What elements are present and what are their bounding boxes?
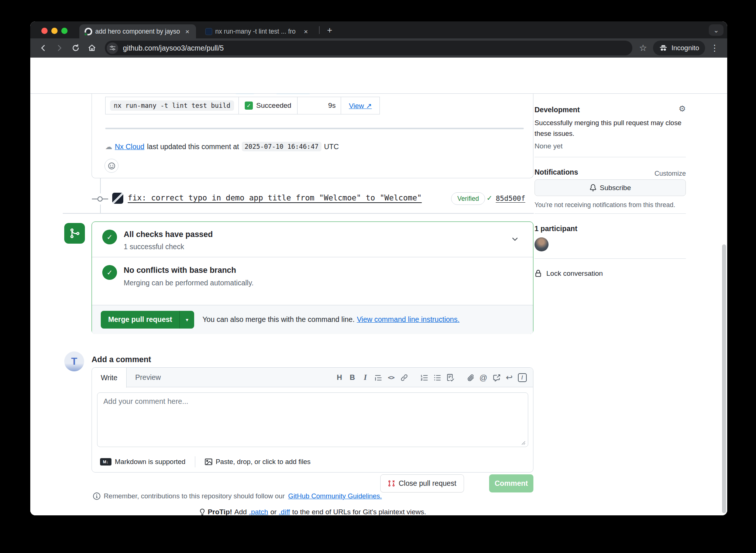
sidebar-divider	[535, 258, 686, 259]
cli-instructions-link[interactable]: View command line instructions.	[357, 315, 460, 324]
check-status-dot-icon	[84, 32, 87, 36]
patch-link[interactable]: .patch	[249, 508, 268, 515]
close-window-button[interactable]	[41, 28, 48, 34]
tab-title: nx run-many -t lint test ... fro	[215, 28, 299, 35]
maximize-window-button[interactable]	[61, 28, 68, 34]
merge-pull-request-button[interactable]: Merge pull request ▾	[101, 311, 194, 329]
git-pull-request-closed-icon	[388, 480, 395, 487]
nx-cloud-comment-card: nx run-many -t lint test build ✓ Succeed…	[92, 94, 533, 178]
checks-passed-row: ✓ All checks have passed 1 successful ch…	[92, 222, 533, 257]
participants-title: 1 participant	[535, 224, 686, 233]
markdown-icon: M↓	[100, 458, 111, 466]
attach-files-label[interactable]: Paste, drop, or click to add files	[216, 458, 310, 466]
browser-window: add hero component by jayso × nx run-man…	[30, 21, 727, 515]
checks-passed-subtitle: 1 successful check	[124, 243, 184, 251]
cross-reference-icon[interactable]	[490, 371, 503, 384]
chevron-down-icon[interactable]	[511, 235, 519, 243]
bullet-list-icon[interactable]	[431, 371, 444, 384]
bell-icon	[590, 184, 597, 191]
github-favicon-icon	[85, 28, 92, 35]
commit-sha-group: ✓ 85d500f	[487, 194, 525, 202]
home-button[interactable]	[85, 41, 99, 55]
sidebar-divider	[535, 157, 686, 157]
lock-conversation-button[interactable]: Lock conversation	[535, 269, 686, 278]
comment-editor: Write Preview H B I <>	[92, 367, 533, 473]
bookmark-star-icon[interactable]: ☆	[636, 41, 650, 55]
tab-close-icon[interactable]: ×	[302, 27, 309, 36]
new-tab-button[interactable]: +	[324, 25, 335, 36]
saved-replies-icon[interactable]: /	[516, 371, 529, 384]
tab-nx-run[interactable]: nx run-many -t lint test ... fro ×	[201, 24, 314, 38]
subscribe-button[interactable]: Subscribe	[535, 179, 686, 196]
mention-icon[interactable]: @	[477, 371, 490, 384]
attachment-icon[interactable]	[464, 371, 477, 384]
bold-icon[interactable]: B	[346, 371, 359, 384]
no-conflicts-title: No conflicts with base branch	[124, 266, 236, 275]
merge-options-caret-icon[interactable]: ▾	[179, 311, 194, 329]
development-title: Development	[535, 106, 686, 114]
git-merge-icon	[69, 228, 80, 239]
verified-badge[interactable]: Verified	[451, 192, 485, 205]
numbered-list-icon[interactable]	[418, 371, 431, 384]
code-icon[interactable]: <>	[385, 371, 398, 384]
link-icon[interactable]	[398, 371, 410, 384]
close-pull-request-button[interactable]: Close pull request	[380, 474, 464, 492]
development-body: Successfully merging this pull request m…	[535, 117, 686, 139]
tab-preview[interactable]: Preview	[127, 368, 169, 387]
participant-avatar[interactable]	[535, 237, 549, 251]
markdown-divider	[105, 128, 524, 129]
community-guidelines-link[interactable]: GitHub Community Guidelines.	[288, 492, 382, 500]
tab-pull-request[interactable]: add hero component by jayso ×	[79, 24, 196, 38]
add-comment-heading: Add a comment	[92, 355, 151, 364]
browser-menu-icon[interactable]: ⋮	[708, 41, 721, 55]
cloud-icon: ☁	[105, 142, 112, 151]
resize-handle-icon[interactable]	[520, 440, 526, 445]
git-merge-status-icon	[64, 223, 85, 244]
site-info-button[interactable]	[107, 42, 118, 54]
comment-button[interactable]: Comment	[489, 474, 533, 492]
commit-check-icon: ✓	[487, 194, 492, 202]
ci-view-link[interactable]: View ↗	[349, 102, 372, 110]
commit-author-avatar[interactable]	[112, 193, 123, 204]
task-list-icon[interactable]	[444, 371, 457, 384]
heading-icon[interactable]: H	[333, 371, 346, 384]
light-bulb-icon	[199, 509, 206, 515]
nx-cloud-updated-line: ☁ Nx Cloud last updated this comment at …	[105, 142, 339, 151]
reply-icon[interactable]: ↩	[503, 371, 516, 384]
markdown-supported-label[interactable]: Markdown is supported	[115, 458, 185, 466]
diff-link[interactable]: .diff	[279, 508, 290, 515]
tab-close-icon[interactable]: ×	[184, 27, 191, 36]
nx-timestamp-chip: 2025-07-10 16:46:47	[242, 142, 322, 151]
nx-cloud-link[interactable]: Nx Cloud	[115, 142, 144, 151]
quote-icon[interactable]	[372, 371, 385, 384]
commit-message-link[interactable]: fix: correct typo in demo app title from…	[128, 193, 422, 202]
merge-box-footer: Merge pull request ▾ You can also merge …	[92, 305, 533, 334]
url-text[interactable]: github.com/jaysoo3/acme/pull/5	[123, 44, 224, 52]
succeeded-check-icon: ✓	[245, 102, 253, 110]
back-button[interactable]	[36, 41, 50, 55]
italic-icon[interactable]: I	[359, 371, 372, 384]
reload-button[interactable]	[69, 41, 83, 55]
ci-duration-cell: 9s	[298, 97, 341, 114]
address-bar[interactable]: github.com/jaysoo3/acme/pull/5	[105, 41, 632, 55]
gear-icon[interactable]: ⚙	[678, 105, 686, 113]
tab-strip: add hero component by jayso × nx run-man…	[30, 21, 727, 38]
forward-button[interactable]	[52, 41, 66, 55]
emoji-reaction-button[interactable]	[104, 159, 118, 173]
page-scrollbar[interactable]	[722, 244, 726, 513]
comment-textarea[interactable]	[97, 392, 528, 447]
browser-toolbar: github.com/jaysoo3/acme/pull/5 ☆ Incogni…	[30, 38, 727, 58]
tab-search-button[interactable]: ⌄	[709, 24, 724, 36]
tab-write[interactable]: Write	[92, 368, 127, 388]
lock-conversation-label: Lock conversation	[546, 269, 603, 278]
cli-merge-note: You can also merge this with the command…	[202, 315, 459, 324]
protip-note: ProTip! Add .patch or .diff to the end o…	[92, 508, 533, 515]
customize-link[interactable]: Customize	[654, 170, 686, 178]
ci-check-table: nx run-many -t lint test build ✓ Succeed…	[105, 97, 380, 114]
git-commit-icon	[91, 193, 109, 205]
smiley-icon	[108, 162, 116, 170]
no-conflicts-subtitle: Merging can be performed automatically.	[124, 279, 254, 287]
commit-sha-link[interactable]: 85d500f	[496, 194, 525, 202]
ci-view-cell: View ↗	[341, 97, 379, 114]
minimize-window-button[interactable]	[51, 28, 58, 34]
